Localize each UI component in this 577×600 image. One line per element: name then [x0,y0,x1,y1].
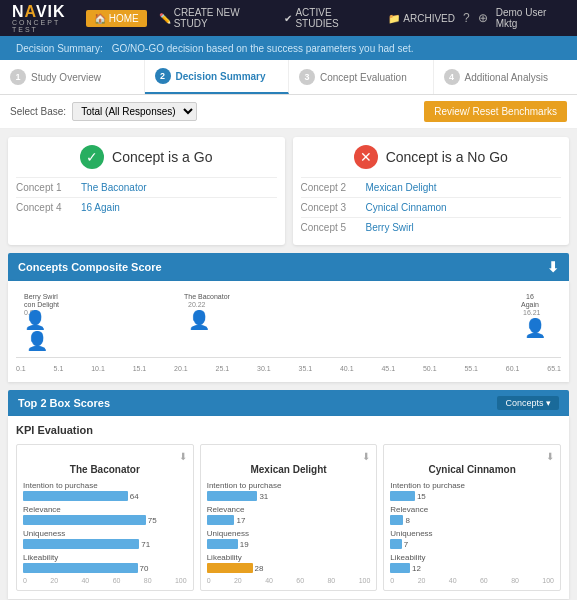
go-card-title: Concept is a Go [112,149,212,165]
kpi-bar-2-2: Uniqueness 7 [390,529,554,549]
header-nav: 🏠 HOME ✏️ CREATE NEW STUDY ✔ ACTIVE STUD… [86,4,463,32]
nav-home[interactable]: 🏠 HOME [86,10,147,27]
steps: 1 Study Overview 2 Decision Summary 3 Co… [0,60,577,95]
composite-chart-svg: Berry Swirl con Delight 0.05 👤 👤 The Bac… [16,289,561,359]
kpi-card-download-0[interactable]: ⬇ [23,451,187,462]
svg-text:The Baconator: The Baconator [184,293,231,300]
kpi-card-title-0: The Baconator [23,464,187,475]
go-nogo-row: ✓ Concept is a Go Concept 1 The Baconato… [8,137,569,245]
nav-create[interactable]: ✏️ CREATE NEW STUDY [151,4,273,32]
kpi-card-2: ⬇Cynical Cinnamon Intention to purchase … [383,444,561,591]
svg-text:👤: 👤 [24,309,47,331]
kpi-card-0: ⬇The Baconator Intention to purchase 64 … [16,444,194,591]
svg-text:Berry Swirl: Berry Swirl [24,293,58,301]
composite-download-icon[interactable]: ⬇ [547,259,559,275]
svg-text:con Delight: con Delight [24,301,59,309]
header: NAVIK CONCEPT TEST 🏠 HOME ✏️ CREATE NEW … [0,0,577,36]
nogo-concept-2: Concept 3 Cynical Cinnamon [301,197,562,217]
kpi-card-1: ⬇Mexican Delight Intention to purchase 3… [200,444,378,591]
svg-text:20.22: 20.22 [188,301,206,308]
composite-section-header: Concepts Composite Score ⬇ [8,253,569,281]
go-concept-2-label: Concept 4 [16,202,81,213]
nogo-card: ✕ Concept is a No Go Concept 2 Mexican D… [293,137,570,245]
nogo-concept-2-value: Cynical Cinnamon [366,202,447,213]
svg-text:16: 16 [526,293,534,300]
decision-bar-label: Decision Summary: GO/NO-GO decision base… [10,42,414,54]
kpi-section: KPI Evaluation ⬇The Baconator Intention … [8,416,569,599]
header-icon-add[interactable]: ⊕ [478,11,488,25]
step-1[interactable]: 1 Study Overview [0,60,145,94]
main-content: ✓ Concept is a Go Concept 1 The Baconato… [0,129,577,600]
composite-axis-labels: 0.1 5.1 10.1 15.1 20.1 25.1 30.1 35.1 40… [16,365,561,372]
step-4-label: Additional Analysis [465,72,548,83]
go-icon: ✓ [80,145,104,169]
logo: NAVIK CONCEPT TEST [12,3,86,33]
step-4-num: 4 [444,69,460,85]
header-user: Demo User Mktg [496,7,565,29]
nogo-concept-1-label: Concept 2 [301,182,366,193]
go-concept-2-value: 16 Again [81,202,120,213]
svg-text:Again: Again [521,301,539,309]
kpi-axis-0: 020406080100 [23,577,187,584]
go-concept-1-value: The Baconator [81,182,147,193]
kpi-card-download-1[interactable]: ⬇ [207,451,371,462]
step-4[interactable]: 4 Additional Analysis [434,60,578,94]
step-1-num: 1 [10,69,26,85]
composite-title: Concepts Composite Score [18,261,162,273]
logo-sub: CONCEPT TEST [12,19,86,33]
nogo-concept-3-label: Concept 5 [301,222,366,233]
composite-section: Concepts Composite Score ⬇ Berry Swirl c… [8,253,569,382]
decision-bar: Decision Summary: GO/NO-GO decision base… [0,36,577,60]
kpi-bar-1-0: Intention to purchase 31 [207,481,371,501]
kpi-bar-0-3: Likeability 70 [23,553,187,573]
go-card: ✓ Concept is a Go Concept 1 The Baconato… [8,137,285,245]
step-2[interactable]: 2 Decision Summary [145,60,290,94]
top2-title: Top 2 Box Scores [18,397,110,409]
kpi-bar-0-1: Relevance 75 [23,505,187,525]
nogo-icon: ✕ [354,145,378,169]
kpi-axis-2: 020406080100 [390,577,554,584]
select-base-dropdown[interactable]: Total (All Responses) [72,102,197,121]
kpi-card-download-2[interactable]: ⬇ [390,451,554,462]
kpi-card-title-1: Mexican Delight [207,464,371,475]
concepts-dropdown-button[interactable]: Concepts ▾ [497,396,559,410]
header-icon-question[interactable]: ? [463,11,470,25]
svg-text:16.21: 16.21 [523,309,541,316]
composite-axis-line [16,357,561,358]
kpi-axis-1: 020406080100 [207,577,371,584]
step-3-label: Concept Evaluation [320,72,407,83]
step-1-label: Study Overview [31,72,101,83]
step-3-num: 3 [299,69,315,85]
nogo-concept-1-value: Mexican Delight [366,182,437,193]
nogo-concept-3: Concept 5 Berry Swirl [301,217,562,237]
review-reset-button[interactable]: Review/ Reset Benchmarks [424,101,567,122]
go-concept-1-label: Concept 1 [16,182,81,193]
kpi-bar-2-3: Likeability 12 [390,553,554,573]
nogo-card-title: Concept is a No Go [386,149,508,165]
kpi-bar-1-3: Likeability 28 [207,553,371,573]
composite-chart-container: Berry Swirl con Delight 0.05 👤 👤 The Bac… [8,281,569,382]
nogo-concept-1: Concept 2 Mexican Delight [301,177,562,197]
nogo-card-header: ✕ Concept is a No Go [301,145,562,169]
step-2-label: Decision Summary [176,71,266,82]
nogo-concept-3-value: Berry Swirl [366,222,414,233]
kpi-bar-2-0: Intention to purchase 15 [390,481,554,501]
svg-text:👤: 👤 [524,317,547,339]
kpi-cards: ⬇The Baconator Intention to purchase 64 … [16,444,561,591]
composite-chart: Berry Swirl con Delight 0.05 👤 👤 The Bac… [16,289,561,374]
step-2-num: 2 [155,68,171,84]
top2-section: Top 2 Box Scores Concepts ▾ KPI Evaluati… [8,390,569,599]
nav-active[interactable]: ✔ ACTIVE STUDIES [276,4,376,32]
top2-header: Top 2 Box Scores Concepts ▾ [8,390,569,416]
toolbar-row: Select Base: Total (All Responses) Revie… [0,95,577,129]
step-3[interactable]: 3 Concept Evaluation [289,60,434,94]
nav-archived[interactable]: 📁 ARCHIVED [380,10,463,27]
kpi-title: KPI Evaluation [16,424,561,436]
kpi-bar-1-1: Relevance 17 [207,505,371,525]
kpi-card-title-2: Cynical Cinnamon [390,464,554,475]
go-concept-1: Concept 1 The Baconator [16,177,277,197]
header-right: ? ⊕ Demo User Mktg [463,7,565,29]
go-concept-2: Concept 4 16 Again [16,197,277,217]
nogo-concept-2-label: Concept 3 [301,202,366,213]
select-base: Select Base: Total (All Responses) [10,102,197,121]
